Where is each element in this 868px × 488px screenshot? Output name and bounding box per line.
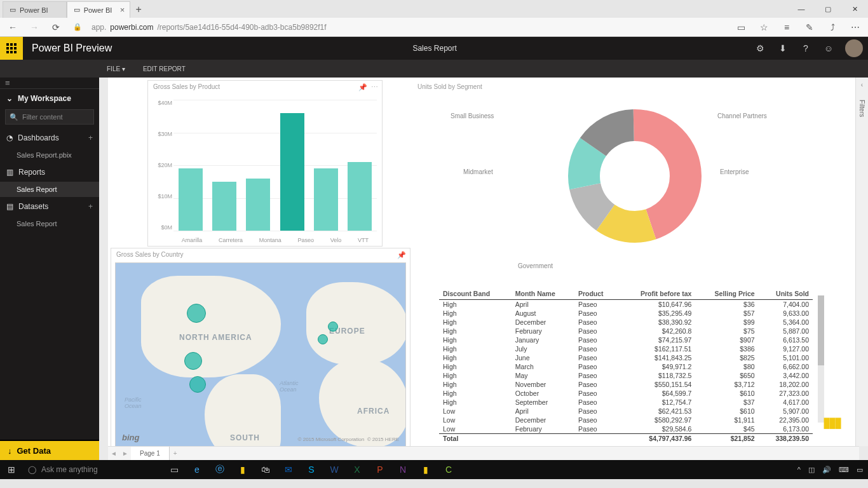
table-scrollbar[interactable] [818, 295, 824, 423]
table-row[interactable]: LowFebruaryPaseo$29,584.6$456,173.00 [439, 424, 813, 434]
table-row[interactable]: HighMayPaseo$118,732.5$6503,442.00 [439, 371, 813, 380]
taskbar-app[interactable]: ▮ [414, 460, 437, 479]
close-icon[interactable]: × [120, 5, 125, 15]
table-row[interactable]: HighJunePaseo$141,843.25$8255,101.00 [439, 353, 813, 362]
table-row[interactable]: LowDecemberPaseo$580,292.97$1,91122,395.… [439, 416, 813, 424]
map-label: AFRICA [357, 407, 390, 416]
pin-icon[interactable]: 📌 [397, 251, 406, 259]
settings-icon[interactable]: ⚙ [749, 37, 771, 60]
map-credit: © 2015 Microsoft Corporation © 2015 HERE [298, 437, 399, 442]
bar[interactable] [246, 179, 270, 231]
reading-icon[interactable]: ▭ [733, 20, 749, 35]
table-row[interactable]: HighSeptemberPaseo$12,754.7$374,617.00 [439, 398, 813, 407]
download-icon[interactable]: ⬇ [771, 37, 794, 60]
taskbar-app[interactable]: ▮ [231, 460, 254, 479]
filters-pane-collapsed[interactable]: ‹ Filters [855, 78, 868, 446]
maximize-button[interactable]: ▢ [815, 0, 841, 18]
table-row[interactable]: HighAprilPaseo$10,647.96$367,404.00 [439, 300, 813, 309]
sidebar-item-dataset[interactable]: Sales Report [0, 216, 99, 231]
new-tab-button[interactable]: + [130, 1, 147, 18]
edit-report-button[interactable]: EDIT REPORT [143, 65, 186, 72]
cortana-search[interactable]: ◯ Ask me anything [23, 465, 163, 474]
table-row[interactable]: HighMarchPaseo$49,971.2$806,662.00 [439, 362, 813, 371]
taskbar-app[interactable]: P [369, 460, 391, 479]
close-button[interactable]: ✕ [841, 0, 868, 18]
map-bubble[interactable] [189, 376, 206, 393]
taskbar-app[interactable]: e [186, 460, 208, 479]
taskbar-app[interactable]: X [346, 460, 369, 479]
sidebar-item-report[interactable]: Sales Report [0, 182, 99, 197]
more-icon[interactable]: ⋯ [371, 83, 378, 92]
table-row[interactable]: HighAugustPaseo$35,295.49$579,633.00 [439, 309, 813, 318]
table-row[interactable]: HighJanuaryPaseo$74,215.97$9076,613.50 [439, 336, 813, 344]
page-next-button[interactable]: ► [119, 450, 131, 457]
table-row[interactable]: HighJulyPaseo$162,117.51$3869,127.00 [439, 344, 813, 353]
sidebar-item-dashboard[interactable]: Sales Report.pbix [0, 147, 99, 163]
donut-label: Midmarket [463, 168, 493, 175]
table-row[interactable]: HighOctoberPaseo$64,599.7$61027,323.00 [439, 389, 813, 398]
table-row[interactable]: LowAprilPaseo$62,421.53$6105,907.00 [439, 407, 813, 416]
back-button[interactable]: ← [5, 20, 20, 35]
taskbar-app[interactable]: W [323, 460, 346, 479]
get-data-button[interactable]: ↓ Get Data [0, 440, 99, 460]
map-bubble[interactable] [328, 322, 338, 332]
bar[interactable] [314, 168, 338, 231]
minimize-button[interactable]: — [788, 0, 815, 18]
sidebar-group-reports[interactable]: ▥ Reports [0, 163, 99, 182]
table-row[interactable]: HighNovemberPaseo$550,151.54$3,71218,202… [439, 380, 813, 389]
bar-chart-visual[interactable]: 📌 ⋯ Gross Sales by Product $40M$30M$20M$… [147, 80, 383, 247]
taskbar-app[interactable]: 🛍 [254, 460, 277, 479]
hub-icon[interactable]: ≡ [779, 20, 794, 35]
help-icon[interactable]: ? [794, 37, 817, 60]
map-visual[interactable]: 📌 Gross Sales by Country NORTH AMERICA S… [111, 248, 410, 451]
more-icon[interactable]: ⋯ [848, 20, 863, 35]
bar[interactable] [348, 162, 372, 231]
taskbar-app[interactable]: C [437, 460, 460, 479]
favorite-icon[interactable]: ☆ [756, 20, 771, 35]
pin-icon[interactable]: 📌 [358, 83, 367, 92]
donut-chart-visual[interactable]: Units Sold by Segment Small Business Cha… [412, 80, 857, 271]
taskbar-app[interactable]: S [300, 460, 323, 479]
start-button[interactable]: ⊞ [0, 460, 23, 479]
tray-chevron-icon[interactable]: ^ [795, 466, 803, 473]
avatar[interactable] [845, 39, 863, 57]
table-row[interactable]: HighFebruaryPaseo$42,260.8$755,887.00 [439, 327, 813, 336]
workspace-selector[interactable]: ⌄ My Workspace [0, 89, 99, 108]
map-bubble[interactable] [187, 304, 206, 323]
taskbar-app[interactable]: ✉ [277, 460, 300, 479]
sidebar-collapse-button[interactable]: ≡ [0, 78, 99, 89]
forward-button[interactable]: → [27, 20, 42, 35]
file-menu[interactable]: FILE ▾ [107, 65, 125, 72]
sidebar-group-dashboards[interactable]: ◔ Dashboards + [0, 128, 99, 147]
tray-action-center-icon[interactable]: ▭ [854, 466, 865, 474]
map-bubble[interactable] [318, 334, 328, 344]
sidebar-group-datasets[interactable]: ▤ Datasets + [0, 197, 99, 216]
add-dashboard-button[interactable]: + [88, 133, 93, 142]
task-view-button[interactable]: ▭ [163, 460, 186, 479]
bar[interactable] [212, 182, 236, 231]
browser-tab-inactive[interactable]: ▭ Power BI [3, 1, 67, 18]
browser-tab-active[interactable]: ▭ Power BI × [67, 1, 131, 18]
page-prev-button[interactable]: ◄ [108, 450, 119, 457]
bar[interactable] [280, 113, 304, 231]
add-page-button[interactable]: + [170, 450, 181, 457]
notes-icon[interactable]: ✎ [802, 20, 817, 35]
share-icon[interactable]: ⤴ [825, 20, 840, 35]
map-body[interactable]: NORTH AMERICA SOUTH EUROPE AFRICA Pacifi… [115, 262, 406, 447]
tray-network-icon[interactable]: ◫ [806, 466, 817, 474]
app-launcher-button[interactable] [0, 37, 23, 60]
table-row[interactable]: HighDecemberPaseo$38,390.92$995,364.00 [439, 318, 813, 327]
bar[interactable] [179, 168, 203, 231]
address-bar[interactable]: app.powerbi.com/reports/5ae14d16-55d4-49… [92, 23, 727, 32]
refresh-button[interactable]: ⟳ [48, 20, 64, 35]
add-dataset-button[interactable]: + [88, 202, 93, 211]
taskbar-app[interactable]: ⓔ [208, 460, 231, 479]
map-bubble[interactable] [184, 352, 202, 370]
tray-volume-icon[interactable]: 🔊 [820, 466, 834, 474]
page-tab[interactable]: Page 1 [131, 447, 170, 460]
taskbar-app[interactable]: N [391, 460, 414, 479]
tray-input-icon[interactable]: ⌨ [836, 466, 851, 474]
table-visual[interactable]: Discount BandMonth NameProductProfit bef… [438, 287, 813, 447]
feedback-icon[interactable]: ☺ [817, 37, 840, 60]
filter-content-input[interactable]: 🔍 Filter content [5, 109, 94, 125]
